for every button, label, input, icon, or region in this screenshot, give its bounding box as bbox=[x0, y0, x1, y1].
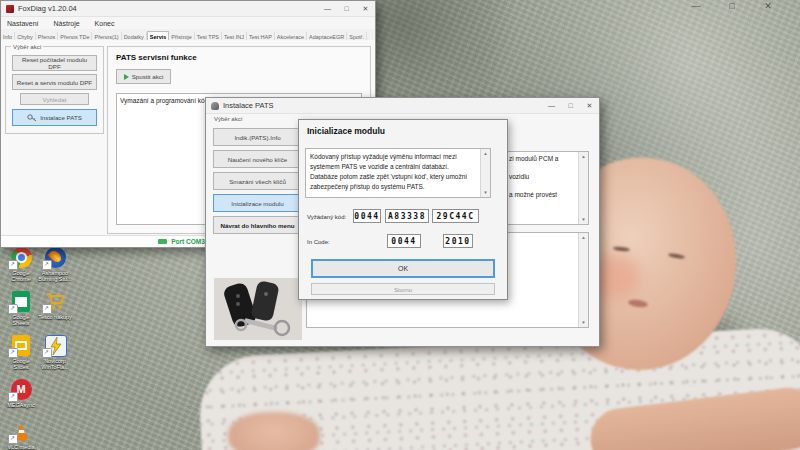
keys-icon bbox=[27, 114, 37, 122]
foxdiag-titlebar[interactable]: FoxDiag v1.20.04 — □ ✕ bbox=[1, 1, 375, 17]
maximize-icon[interactable]: □ bbox=[566, 102, 575, 110]
ok-button[interactable]: OK bbox=[311, 259, 495, 278]
shortcut-arrow-icon: ↗ bbox=[8, 434, 18, 444]
desktop-icon-megasync[interactable]: M ↗ MEGAsync bbox=[4, 379, 38, 408]
dialog-description-box[interactable]: Kódovaný přístup vyžaduje výměnu informa… bbox=[305, 148, 491, 198]
desktop-icon-ashampoo[interactable]: ↗ Ashampoo Burning Stu... bbox=[38, 247, 72, 282]
cancel-button[interactable]: Storno bbox=[311, 283, 495, 295]
scrollbar[interactable]: ▲ ▼ bbox=[480, 149, 490, 197]
group-label: Výběr akcí bbox=[11, 43, 43, 51]
desktop-icon-vlc[interactable]: ↗ VLC media player bbox=[4, 421, 38, 450]
menu-item-nastroje[interactable]: Nástroje bbox=[54, 20, 80, 27]
run-action-button[interactable]: Spustit akci bbox=[116, 69, 171, 84]
requested-code-field-3[interactable]: 29C44C bbox=[432, 209, 479, 223]
install-pats-label: Instalace PATS bbox=[40, 114, 82, 121]
icon-label: Google Slides bbox=[4, 358, 38, 370]
learn-new-key-button[interactable]: Naučení nového klíče bbox=[213, 150, 302, 168]
menu-item-konec[interactable]: Konec bbox=[95, 20, 115, 27]
info-text-fragment: vozidlu bbox=[509, 173, 529, 180]
icon-label: Novicorp WinToFla... bbox=[38, 358, 72, 370]
initialize-module-button[interactable]: Inicializace modulu bbox=[213, 194, 302, 212]
shortcut-arrow-icon: ↗ bbox=[8, 304, 18, 314]
window-icon bbox=[211, 102, 219, 110]
desktop-icon-google-chrome[interactable]: ↗ Google Chrome bbox=[4, 247, 38, 282]
scrollbar[interactable]: ▲ ▼ bbox=[578, 152, 588, 224]
dialog-description-text: Kódovaný přístup vyžaduje výměnu informa… bbox=[310, 153, 467, 190]
reset-dpf-service-button[interactable]: Reset a servis modulu DPF bbox=[12, 74, 97, 90]
install-pats-button[interactable]: Instalace PATS bbox=[12, 109, 97, 126]
close-icon[interactable]: ✕ bbox=[762, 1, 774, 11]
pats-info-button[interactable]: Indik.(PATS).Info bbox=[213, 128, 302, 146]
maximize-icon[interactable]: □ bbox=[342, 5, 351, 13]
close-icon[interactable]: ✕ bbox=[361, 5, 370, 13]
incode-field-1[interactable]: 0044 bbox=[387, 234, 421, 248]
background-window-controls: — □ ✕ bbox=[690, 1, 774, 11]
status-port-label: Port COM3 bbox=[171, 238, 205, 245]
menubar: Nastavení Nástroje Konec bbox=[1, 17, 375, 29]
shortcut-arrow-icon: ↗ bbox=[42, 348, 52, 358]
scroll-up-icon[interactable]: ▲ bbox=[579, 233, 588, 242]
incode-field-2[interactable]: 2010 bbox=[443, 234, 473, 248]
desktop-icon-shop[interactable]: ↗ Tesco nákupy bbox=[38, 291, 72, 320]
shortcut-arrow-icon: ↗ bbox=[8, 392, 18, 402]
icon-label: VLC media player bbox=[4, 444, 38, 450]
icon-label: Ashampoo Burning Stu... bbox=[38, 270, 72, 282]
car-keys-image bbox=[214, 278, 302, 340]
minimize-icon[interactable]: — bbox=[690, 1, 702, 11]
menu-item-nastaveni[interactable]: Nastavení bbox=[7, 20, 39, 27]
window-controls: — □ ✕ bbox=[547, 102, 594, 110]
action-groupbox: Výběr akcí Reset počítadel modulu DPF Re… bbox=[5, 46, 104, 134]
window-controls: — □ ✕ bbox=[323, 5, 370, 13]
scroll-down-icon[interactable]: ▼ bbox=[579, 318, 588, 327]
requested-code-field-2[interactable]: A83338 bbox=[385, 209, 429, 223]
minimize-icon[interactable]: — bbox=[547, 102, 556, 110]
panel-heading: PATS servisní funkce bbox=[116, 53, 197, 62]
scrollbar[interactable]: ▲ ▼ bbox=[578, 233, 588, 327]
return-main-menu-button[interactable]: Návrat do hlavního menu bbox=[213, 216, 302, 234]
play-icon bbox=[124, 74, 129, 80]
scroll-up-icon[interactable]: ▲ bbox=[579, 152, 588, 161]
requested-code-label: Vyžádaný kód: bbox=[307, 214, 346, 220]
search-button[interactable]: Vyhledat bbox=[20, 93, 89, 105]
desktop-icon-wintoflash[interactable]: ↗ Novicorp WinToFla... bbox=[38, 335, 72, 370]
run-action-label: Spustit akci bbox=[132, 73, 164, 80]
initialize-module-dialog: Inicializace modulu Kódovaný přístup vyž… bbox=[298, 119, 508, 300]
info-text-fragment: a možné provést bbox=[509, 191, 557, 198]
requested-code-field-1[interactable]: 0044 bbox=[353, 209, 381, 223]
info-text-fragment: zi modulů PCM a bbox=[509, 155, 559, 162]
window-title: FoxDiag v1.20.04 bbox=[18, 4, 77, 13]
desktop-screen: — □ ✕ ↗ Google Chrome ↗ Ashampoo Burning… bbox=[0, 0, 800, 450]
group-label: Výběr akcí bbox=[214, 116, 242, 122]
icon-label: Google Chrome bbox=[4, 270, 38, 282]
incode-label: In Code: bbox=[307, 239, 330, 245]
reset-dpf-counters-button[interactable]: Reset počítadel modulu DPF bbox=[12, 55, 97, 71]
baby-hand bbox=[228, 412, 320, 450]
desktop-icon-google-slides[interactable]: ↗ Google Slides bbox=[4, 335, 38, 370]
icon-label: MEGAsync bbox=[4, 402, 38, 408]
icon-label: Tesco nákupy bbox=[38, 314, 72, 320]
scroll-up-icon[interactable]: ▲ bbox=[481, 149, 490, 158]
icon-label: Google Sheets bbox=[4, 314, 38, 326]
status-led-icon bbox=[158, 239, 167, 244]
desktop-icon-google-sheets[interactable]: ↗ Google Sheets bbox=[4, 291, 38, 326]
scroll-down-icon[interactable]: ▼ bbox=[579, 215, 588, 224]
maximize-icon[interactable]: □ bbox=[726, 1, 738, 11]
scroll-down-icon[interactable]: ▼ bbox=[481, 188, 490, 197]
shortcut-arrow-icon: ↗ bbox=[42, 260, 52, 270]
shortcut-arrow-icon: ↗ bbox=[42, 304, 52, 314]
shortcut-arrow-icon: ↗ bbox=[8, 260, 18, 270]
app-icon bbox=[6, 5, 14, 13]
close-icon[interactable]: ✕ bbox=[585, 102, 594, 110]
erase-all-keys-button[interactable]: Smazání všech klíčů bbox=[213, 172, 302, 190]
window-title: Instalace PATS bbox=[223, 101, 274, 110]
pats-titlebar[interactable]: Instalace PATS — □ ✕ bbox=[206, 98, 599, 114]
minimize-icon[interactable]: — bbox=[323, 5, 332, 13]
shortcut-arrow-icon: ↗ bbox=[8, 348, 18, 358]
dialog-heading: Inicializace modulu bbox=[307, 126, 385, 136]
